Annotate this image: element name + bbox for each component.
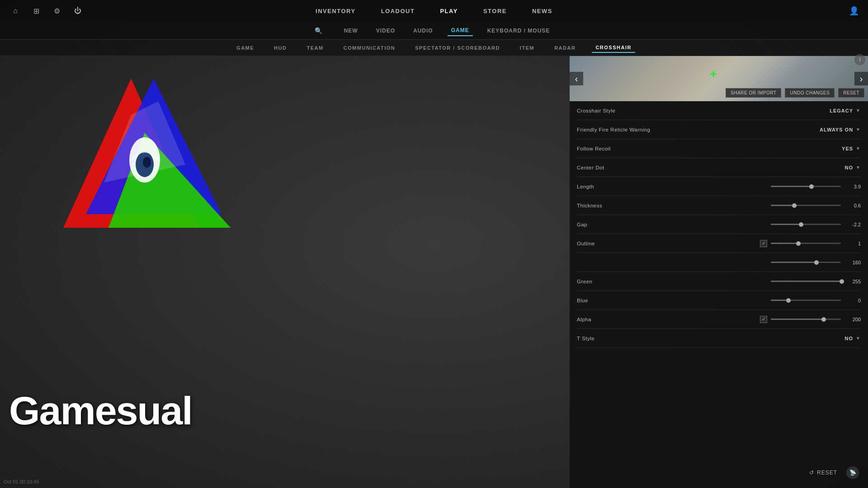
preview-actions: Share or Import Undo Changes Reset xyxy=(726,88,864,98)
signal-icon[interactable]: 📡 xyxy=(846,466,859,479)
outline-checkbox[interactable] xyxy=(760,240,767,247)
thickness-slider-thumb[interactable] xyxy=(792,203,797,208)
tab-game[interactable]: GAME xyxy=(448,25,473,36)
outline-slider-container: 1 xyxy=(760,240,861,247)
gap-label: Gap xyxy=(577,222,771,227)
center-dot-value: NO xyxy=(845,165,854,170)
setting-red: 160 xyxy=(577,253,861,272)
subnav-communication[interactable]: COMMUNICATION xyxy=(340,43,399,52)
timestamp: Oct 01 00:10:45 xyxy=(4,479,39,484)
setting-friendly-fire: Friendly Fire Reticle Warning ALWAYS ON … xyxy=(577,120,861,139)
nav-loadout[interactable]: LOADOUT xyxy=(377,6,419,16)
t-style-dropdown[interactable]: NO ▼ xyxy=(816,336,861,341)
tab-audio[interactable]: AUDIO xyxy=(410,26,437,36)
length-slider-fill xyxy=(771,186,809,187)
center-dot-dropdown[interactable]: NO ▼ xyxy=(816,165,861,170)
gap-slider-track[interactable] xyxy=(771,224,841,225)
chevron-down-icon: ▼ xyxy=(856,127,861,132)
undo-changes-button[interactable]: Undo Changes xyxy=(785,88,835,98)
top-nav-right: 👤 xyxy=(849,6,859,16)
thickness-slider-track[interactable] xyxy=(771,205,841,206)
blue-label: Blue xyxy=(577,298,771,303)
cases-icon[interactable]: ⊞ xyxy=(30,5,42,17)
green-slider-container: 255 xyxy=(771,279,861,284)
nav-inventory[interactable]: INVENTORY xyxy=(312,6,359,16)
follow-recoil-dropdown[interactable]: YES ▼ xyxy=(816,146,861,151)
subnav-game[interactable]: GAME xyxy=(233,43,258,52)
length-slider-container: 3.9 xyxy=(771,184,861,189)
top-nav-center: INVENTORY LOADOUT PLAY STORE NEWS xyxy=(312,6,556,16)
setting-gap: Gap -2.2 xyxy=(577,215,861,234)
subnav-radar[interactable]: RADAR xyxy=(551,43,579,52)
bottom-right-controls: ↺ RESET 📡 xyxy=(809,466,859,479)
green-slider-thumb[interactable] xyxy=(840,279,844,284)
subnav-hud[interactable]: HUD xyxy=(270,43,290,52)
blue-slider-track[interactable] xyxy=(771,300,841,301)
outline-slider-track[interactable] xyxy=(771,243,841,244)
tab-keyboard-mouse[interactable]: KEYBOARD / MOUSE xyxy=(484,26,554,36)
chevron-down-icon: ▼ xyxy=(856,108,861,113)
thickness-label: Thickness xyxy=(577,203,771,208)
alpha-slider-thumb[interactable] xyxy=(821,317,826,322)
chevron-down-icon: ▼ xyxy=(856,336,861,341)
blue-slider-container: 0 xyxy=(771,298,861,303)
setting-outline: Outline 1 xyxy=(577,234,861,253)
nav-play[interactable]: PLAY xyxy=(436,6,461,16)
user-icon[interactable]: 👤 xyxy=(849,6,859,16)
length-label: Length xyxy=(577,184,771,189)
subnav-item[interactable]: ITEM xyxy=(516,43,538,52)
setting-t-style: T Style NO ▼ xyxy=(577,329,861,348)
green-label: Green xyxy=(577,279,771,284)
settings-list: Crosshair Style LEGACY ▼ Friendly Fire R… xyxy=(570,101,868,348)
subnav-spectator-scoreboard[interactable]: SPECTATOR / SCOREBOARD xyxy=(411,43,504,52)
nav-store[interactable]: STORE xyxy=(480,6,510,16)
share-import-button[interactable]: Share or Import xyxy=(726,88,781,98)
red-slider-thumb[interactable] xyxy=(814,260,819,265)
gap-slider-thumb[interactable] xyxy=(799,222,803,227)
red-slider-fill xyxy=(771,262,814,263)
blue-slider-thumb[interactable] xyxy=(786,298,791,303)
length-slider-thumb[interactable] xyxy=(809,184,814,189)
setting-follow-recoil: Follow Recoil YES ▼ xyxy=(577,139,861,158)
tab-new[interactable]: NEW xyxy=(340,26,362,36)
preview-prev-button[interactable]: ‹ xyxy=(570,72,583,85)
green-slider-track[interactable] xyxy=(771,281,841,282)
red-value: 160 xyxy=(844,260,861,265)
alpha-label: Alpha xyxy=(577,317,760,322)
friendly-fire-dropdown[interactable]: ALWAYS ON ▼ xyxy=(816,127,861,132)
main-content: ‹ › Share or Import Undo Changes Reset C… xyxy=(0,56,868,488)
alpha-slider-track[interactable] xyxy=(771,319,841,320)
info-icon[interactable]: i xyxy=(854,54,865,65)
subnav-crosshair[interactable]: CROSSHAIR xyxy=(592,43,635,53)
t-style-value: NO xyxy=(845,336,854,341)
crosshair-style-value: LEGACY xyxy=(830,108,853,113)
global-reset-button[interactable]: ↺ RESET xyxy=(809,469,837,476)
setting-blue: Blue 0 xyxy=(577,291,861,310)
gap-value: -2.2 xyxy=(844,222,861,227)
subnav-team[interactable]: TEAM xyxy=(303,43,327,52)
alpha-slider-container: 200 xyxy=(760,316,861,323)
top-navigation: ⌂ ⊞ ⚙ ⏻ INVENTORY LOADOUT PLAY STORE NEW… xyxy=(0,0,868,22)
home-icon[interactable]: ⌂ xyxy=(9,5,22,17)
red-slider-track[interactable] xyxy=(771,262,841,263)
friendly-fire-value: ALWAYS ON xyxy=(820,127,853,132)
crosshair-preview-area: ‹ › Share or Import Undo Changes Reset xyxy=(570,56,868,101)
power-icon[interactable]: ⏻ xyxy=(71,5,84,17)
svg-point-6 xyxy=(143,157,151,168)
reset-preview-button[interactable]: Reset xyxy=(838,88,864,98)
preview-next-button[interactable]: › xyxy=(854,72,868,85)
settings-icon[interactable]: ⚙ xyxy=(51,5,63,17)
search-icon[interactable]: 🔍 xyxy=(315,27,322,34)
nav-news[interactable]: NEWS xyxy=(528,6,556,16)
alpha-checkbox[interactable] xyxy=(760,316,767,323)
outline-slider-thumb[interactable] xyxy=(796,241,801,246)
thickness-value: 0.6 xyxy=(844,203,861,208)
length-slider-track[interactable] xyxy=(771,186,841,187)
crosshair-style-label: Crosshair Style xyxy=(577,108,816,113)
setting-alpha: Alpha 200 xyxy=(577,310,861,329)
thickness-slider-fill xyxy=(771,205,792,206)
follow-recoil-value: YES xyxy=(842,146,853,151)
tab-video[interactable]: VIDEO xyxy=(373,26,399,36)
crosshair-style-dropdown[interactable]: LEGACY ▼ xyxy=(816,108,861,113)
alpha-slider-fill xyxy=(771,319,821,320)
